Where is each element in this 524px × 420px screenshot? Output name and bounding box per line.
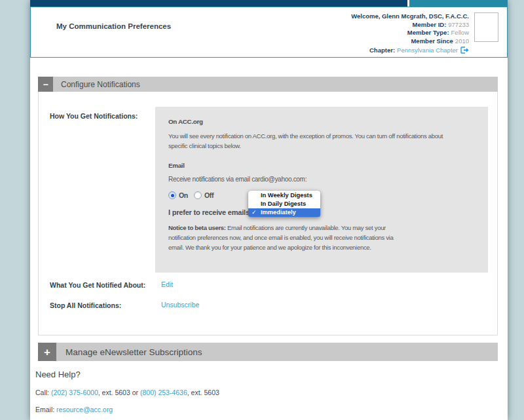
configure-section-title: Configure Notifications (61, 80, 140, 89)
chapter-exit-icon[interactable] (460, 47, 469, 54)
stop-notifications-row: Stop All Notifications: Unsubscribe (50, 301, 121, 309)
chapter-link[interactable]: Pennsylvania Chapter (397, 47, 458, 54)
phone-link-2[interactable]: (800) 253-4636 (140, 389, 187, 396)
menu-item-immediately-label: Immediately (261, 209, 296, 216)
call-prefix: Call: (35, 389, 51, 396)
member-type-label: Member Type: (407, 29, 449, 36)
edit-link[interactable]: Edit (161, 280, 173, 288)
top-nav-active-tab[interactable] (409, 0, 508, 7)
email-prefix: Email: (35, 406, 56, 413)
stop-notifications-label: Stop All Notifications: (50, 301, 121, 309)
content-card: My Communication Preferences Welcome, Gl… (30, 0, 508, 420)
notification-settings-box: On ACC.org You will see every notificati… (155, 107, 488, 273)
welcome-line: Welcome, Glenn Mcgrath, DSC, F.A.C.C. (351, 12, 469, 21)
page-title: My Communication Preferences (56, 22, 171, 30)
notified-about-row: What You Get Notified About: Edit (50, 281, 145, 289)
unsubscribe-link[interactable]: Unsubscribe (161, 301, 199, 309)
configure-panel: How You Get Notifications: On ACC.org Yo… (38, 92, 498, 335)
configure-section-bar: − Configure Notifications (38, 77, 498, 92)
receive-notifications-text: Receive notifications via email cardio@y… (168, 176, 475, 183)
menu-item-daily-digests[interactable]: In Daily Digests (248, 200, 320, 208)
need-help-title: Need Help? (35, 370, 219, 379)
member-id-value: 977233 (448, 21, 469, 28)
top-nav (30, 0, 508, 7)
member-since-value: 2010 (455, 37, 469, 45)
collapse-button[interactable]: − (38, 77, 53, 92)
frequency-dropdown-menu: In Weekly Digests In Daily Digests ✓Imme… (248, 191, 320, 217)
welcome-text: Welcome, Glenn Mcgrath, DSC, F.A.C.C. (351, 12, 469, 20)
member-id-line: Member ID:977233 (351, 21, 469, 29)
chapter-line: Chapter:Pennsylvania Chapter (351, 47, 469, 55)
radio-off[interactable] (194, 191, 202, 199)
email-title: Email (168, 162, 475, 169)
on-acc-title: On ACC.org (168, 118, 475, 125)
help-email-link[interactable]: resource@acc.org (56, 406, 113, 413)
chapter-label: Chapter: (369, 47, 395, 54)
beta-notice: Notice to beta users: Email notification… (168, 223, 475, 252)
on-acc-description-line: You will see every notification on ACC.o… (168, 131, 475, 141)
help-section: Need Help? Call: (202) 375-6000, ext. 56… (35, 370, 219, 413)
how-you-get-label: How You Get Notifications: (50, 112, 138, 120)
member-id-label: Member ID: (413, 21, 447, 28)
email-line: Email: resource@acc.org (35, 406, 219, 413)
plus-icon: + (44, 347, 50, 358)
call-mid: , ext. 5603 or (98, 389, 140, 396)
beta-notice-rest: Email notifications are currently unavai… (226, 224, 386, 231)
manage-section-bar: + Manage eNewsletter Subscriptions (38, 343, 498, 361)
radio-off-label: Off (204, 191, 214, 199)
radio-on-label: On (179, 191, 188, 199)
notified-about-label: What You Get Notified About: (50, 281, 145, 289)
phone-link-1[interactable]: (202) 375-6000 (51, 389, 98, 396)
expand-button[interactable]: + (38, 343, 56, 361)
prefer-emails-label: I prefer to receive emails (168, 208, 475, 216)
on-acc-description-line: specific clinical topics below. (168, 141, 475, 151)
top-nav-bar (30, 0, 407, 7)
beta-notice-line: notification preferences now, and once e… (168, 233, 475, 242)
beta-notice-line: Notice to beta users: Email notification… (168, 223, 475, 233)
menu-item-immediately[interactable]: ✓Immediately (248, 208, 320, 217)
beta-notice-bold: Notice to beta users: (168, 224, 226, 231)
email-toggle-group: On Off (168, 191, 475, 199)
member-header: My Communication Preferences Welcome, Gl… (30, 7, 508, 58)
radio-on[interactable] (168, 191, 176, 199)
checkmark-icon: ✓ (252, 208, 257, 217)
beta-notice-line: email. We thank you for your patience an… (168, 242, 475, 252)
call-suffix: , ext. 5603 (187, 389, 219, 396)
member-since-label: Member Since (411, 37, 453, 45)
minus-icon: − (43, 80, 48, 89)
member-photo-placeholder (474, 12, 498, 42)
member-since-line: Member Since2010 (351, 37, 469, 46)
on-acc-description: You will see every notification on ACC.o… (168, 131, 475, 151)
page: My Communication Preferences Welcome, Gl… (0, 0, 524, 420)
member-info: Welcome, Glenn Mcgrath, DSC, F.A.C.C. Me… (351, 12, 469, 55)
member-type-line: Member Type:Fellow (351, 29, 469, 37)
member-type-value: Fellow (451, 29, 469, 36)
manage-section-title: Manage eNewsletter Subscriptions (66, 347, 202, 357)
call-line: Call: (202) 375-6000, ext. 5603 or (800)… (35, 389, 219, 396)
menu-item-weekly-digests[interactable]: In Weekly Digests (248, 191, 320, 200)
